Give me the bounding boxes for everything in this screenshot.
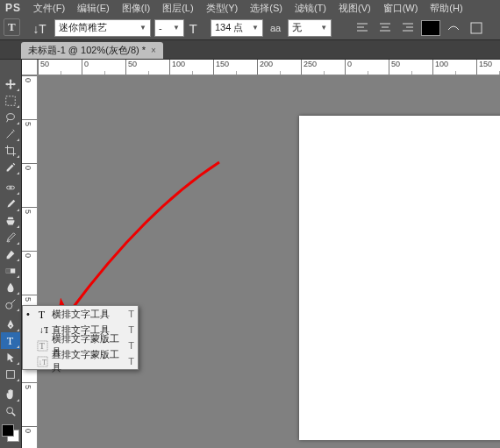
hand-tool[interactable]: [1, 386, 20, 402]
path-selection-tool[interactable]: [1, 349, 20, 366]
vertical-type-mask-icon: ↓T: [35, 356, 49, 367]
text-color-swatch[interactable]: [421, 20, 440, 36]
font-size-icon: T: [188, 19, 207, 37]
menu-edit[interactable]: 编辑(E): [77, 2, 110, 15]
document-tab[interactable]: 未标题-1 @ 102%(灰色/8) * ×: [21, 42, 163, 59]
font-style-dropdown[interactable]: - ▼: [154, 19, 184, 37]
menu-view[interactable]: 视图(V): [339, 2, 371, 15]
healing-brush-tool[interactable]: [1, 179, 20, 196]
options-bar: T ↓T 迷你简稚艺 ▼ - ▼ T 134 点 ▼ aa 无 ▼: [0, 16, 500, 40]
close-icon[interactable]: ×: [151, 46, 156, 55]
magic-wand-tool[interactable]: [1, 125, 20, 142]
marquee-tool[interactable]: [1, 92, 20, 109]
shape-tool[interactable]: [1, 366, 20, 382]
crop-tool[interactable]: [1, 142, 20, 159]
pen-tool[interactable]: [1, 316, 20, 332]
flyout-horizontal-type[interactable]: T 横排文字工具 T: [23, 306, 138, 322]
align-center-button[interactable]: [375, 19, 395, 37]
svg-text:T: T: [189, 20, 196, 35]
document-tab-title: 未标题-1 @ 102%(灰色/8) *: [28, 44, 146, 57]
app-logo: PS: [5, 2, 21, 14]
menu-image[interactable]: 图像(I): [122, 2, 150, 15]
brush-tool[interactable]: [1, 196, 20, 212]
svg-text:↓T: ↓T: [39, 325, 47, 335]
menu-file[interactable]: 文件(F): [33, 2, 65, 15]
menu-select[interactable]: 选择(S): [250, 2, 282, 15]
antialias-label: aa: [267, 23, 284, 33]
text-orientation-toggle[interactable]: ↓T: [32, 19, 51, 37]
color-swatches[interactable]: [2, 424, 19, 442]
eraser-tool[interactable]: [1, 245, 20, 262]
history-brush-tool[interactable]: [1, 229, 20, 245]
dodge-tool[interactable]: [1, 295, 20, 312]
menu-help[interactable]: 帮助(H): [430, 2, 462, 15]
chevron-down-icon: ▼: [173, 24, 180, 32]
svg-text:T: T: [38, 309, 45, 320]
svg-point-11: [7, 407, 13, 413]
document-tab-bar: 未标题-1 @ 102%(灰色/8) * ×: [0, 40, 500, 60]
chevron-down-icon: ▼: [320, 24, 327, 32]
svg-rect-7: [6, 268, 11, 273]
workspace: T 50 0 50 100 150 200 250 0 50 100 150 2…: [0, 60, 500, 448]
vertical-ruler[interactable]: 0 5 0 5 0 5 0 5 0: [22, 75, 38, 448]
svg-rect-10: [7, 370, 15, 378]
antialias-dropdown[interactable]: 无 ▼: [288, 19, 332, 37]
canvas-background[interactable]: [38, 75, 500, 448]
align-left-button[interactable]: [353, 19, 372, 37]
svg-text:T: T: [39, 341, 45, 351]
horizontal-type-icon: T: [35, 309, 49, 320]
menu-filter[interactable]: 滤镜(T): [295, 2, 326, 15]
canvas-area: 50 0 50 100 150 200 250 0 50 100 150 200…: [22, 60, 500, 448]
flyout-vertical-type-mask[interactable]: ↓T 直排文字蒙版工具 T: [23, 353, 138, 369]
type-tool[interactable]: T: [1, 332, 20, 349]
warp-text-button[interactable]: [444, 19, 463, 37]
menu-window[interactable]: 窗口(W): [383, 2, 418, 15]
horizontal-type-mask-icon: T: [35, 340, 49, 352]
menu-bar: PS 文件(F) 编辑(E) 图像(I) 图层(L) 类型(Y) 选择(S) 滤…: [0, 0, 500, 16]
font-size-dropdown[interactable]: 134 点 ▼: [211, 19, 263, 37]
type-tool-flyout: T 横排文字工具 T ↓T 直排文字工具 T T 横排文字蒙版工具 T ↓T 直…: [22, 305, 139, 370]
svg-text:↓T: ↓T: [32, 22, 46, 35]
lasso-tool[interactable]: [1, 109, 20, 125]
tool-preset-picker[interactable]: T: [4, 18, 28, 38]
svg-text:↓T: ↓T: [38, 359, 46, 366]
document-canvas[interactable]: [299, 116, 500, 440]
tools-panel: T: [0, 60, 22, 448]
vertical-type-icon: ↓T: [35, 324, 49, 336]
font-style-value: -: [159, 23, 162, 33]
clone-stamp-tool[interactable]: [1, 212, 20, 229]
svg-rect-2: [471, 23, 482, 33]
svg-point-8: [6, 302, 12, 309]
align-right-button[interactable]: [398, 19, 418, 37]
horizontal-ruler[interactable]: 50 0 50 100 150 200 250 0 50 100 150 200…: [38, 60, 500, 75]
eyedropper-tool[interactable]: [1, 159, 20, 175]
svg-rect-3: [6, 96, 16, 105]
svg-text:T: T: [7, 335, 14, 347]
gradient-tool[interactable]: [1, 262, 20, 279]
font-family-value: 迷你简稚艺: [59, 21, 107, 34]
font-family-dropdown[interactable]: 迷你简稚艺 ▼: [54, 19, 151, 37]
menu-type[interactable]: 类型(Y): [206, 2, 239, 15]
zoom-tool[interactable]: [1, 402, 20, 419]
move-tool[interactable]: [1, 75, 20, 92]
chevron-down-icon: ▼: [139, 24, 146, 32]
foreground-color-swatch[interactable]: [2, 424, 14, 437]
font-size-value: 134 点: [215, 21, 243, 34]
antialias-value: 无: [292, 21, 302, 34]
menu-layer[interactable]: 图层(L): [162, 2, 193, 15]
ruler-origin[interactable]: [22, 60, 38, 75]
blur-tool[interactable]: [1, 279, 20, 295]
svg-point-4: [7, 113, 15, 119]
chevron-down-icon: ▼: [252, 24, 259, 32]
character-panel-button[interactable]: [467, 19, 486, 37]
